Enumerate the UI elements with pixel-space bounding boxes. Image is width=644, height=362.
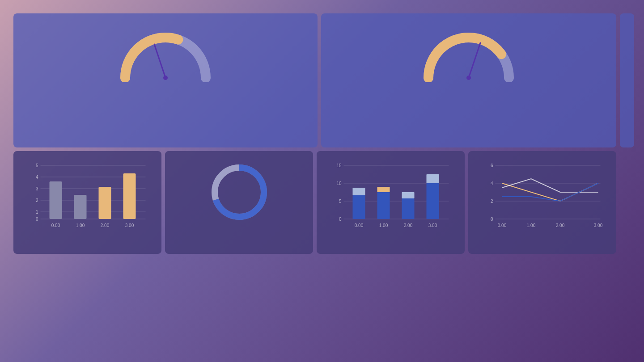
industry-average-card [321,13,616,147]
svg-text:2.00: 2.00 [404,223,413,228]
svg-text:3: 3 [36,186,38,191]
svg-text:15: 15 [336,163,342,168]
svg-rect-34 [50,181,62,219]
aesthetics-chart: 5 4 3 2 1 0 0.00 1.00 2.00 3.00 [21,161,154,232]
searchability-card: 6 4 2 0 0.00 1.00 2.00 3.00 [468,151,616,254]
svg-text:1.00: 1.00 [527,223,536,228]
svg-text:5: 5 [339,199,342,204]
speed-card: 15 10 5 0 0.00 1.00 2.00 [317,151,465,254]
svg-line-0 [154,44,165,78]
your-business-gauge [116,29,215,82]
svg-rect-56 [377,187,390,192]
svg-rect-57 [402,198,415,219]
svg-rect-54 [353,188,365,195]
svg-text:0: 0 [36,217,38,222]
dashboard: 6 5 4 3 2 1 0 2017-01-01 2017-01-11 2017… [13,13,631,349]
searchability-chart: 6 4 2 0 0.00 1.00 2.00 3.00 [475,161,609,232]
svg-text:4: 4 [36,175,38,180]
speed-chart: 15 10 5 0 0.00 1.00 2.00 [324,161,458,232]
aesthetics-card: 5 4 3 2 1 0 0.00 1.00 2.00 3.00 [13,151,161,254]
svg-text:1.00: 1.00 [76,223,85,228]
svg-text:1: 1 [36,210,38,215]
svg-rect-35 [74,195,87,219]
industry-average-gauge [419,29,518,82]
bottom-row: 5 4 3 2 1 0 0.00 1.00 2.00 3.00 [13,151,616,254]
svg-text:2.00: 2.00 [101,223,110,228]
svg-text:10: 10 [336,181,342,186]
svg-rect-58 [402,192,415,198]
svg-rect-53 [353,195,365,219]
svg-text:2: 2 [491,199,493,204]
svg-text:3.00: 3.00 [428,223,437,228]
svg-rect-60 [427,174,439,183]
svg-text:4: 4 [491,181,493,186]
latest-activities-card: 6 5 4 3 2 1 0 2017-01-01 2017-01-11 2017… [620,13,634,147]
svg-text:1.00: 1.00 [379,223,388,228]
navigation-card [165,151,313,254]
svg-text:0.00: 0.00 [355,223,364,228]
svg-text:0: 0 [491,217,493,222]
svg-rect-36 [99,187,111,219]
your-business-card [13,13,318,147]
svg-text:2: 2 [36,198,38,203]
svg-rect-37 [123,173,136,219]
svg-text:0.00: 0.00 [51,223,60,228]
svg-text:3.00: 3.00 [594,223,603,228]
svg-text:5: 5 [36,163,38,168]
svg-point-3 [466,76,471,80]
svg-text:3.00: 3.00 [125,223,134,228]
svg-text:0.00: 0.00 [498,223,507,228]
svg-point-1 [163,76,168,80]
svg-text:0: 0 [339,217,342,222]
svg-text:6: 6 [491,163,493,168]
svg-text:2.00: 2.00 [556,223,565,228]
svg-rect-55 [377,192,390,219]
svg-line-2 [469,43,480,78]
svg-rect-59 [427,183,439,219]
navigation-donut [172,161,306,223]
